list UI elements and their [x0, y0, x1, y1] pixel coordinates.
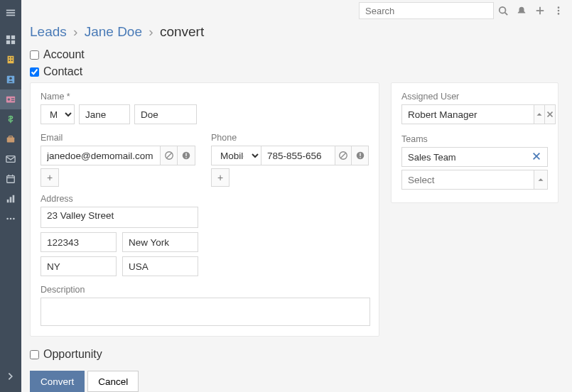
svg-point-15	[8, 98, 11, 101]
phone-label: Phone	[211, 133, 369, 143]
svg-rect-16	[11, 98, 14, 99]
nav-opportunities-icon[interactable]	[0, 109, 21, 129]
svg-rect-9	[11, 58, 13, 59]
add-phone-button[interactable]: +	[211, 168, 230, 187]
contact-label: Contact	[43, 65, 82, 78]
svg-rect-42	[185, 157, 186, 158]
svg-rect-47	[360, 157, 360, 158]
svg-point-36	[558, 10, 560, 12]
svg-rect-6	[11, 40, 15, 44]
nav-email-icon[interactable]	[0, 149, 21, 169]
team-tag-label: Sales Team	[408, 152, 456, 163]
section-opportunity: Opportunity	[30, 348, 563, 361]
contact-panel: Name * Ms. Email +	[30, 82, 379, 337]
svg-rect-46	[360, 153, 360, 156]
search-input[interactable]	[359, 2, 494, 19]
svg-line-32	[505, 13, 508, 16]
svg-rect-11	[11, 60, 13, 61]
svg-rect-0	[6, 10, 15, 11]
phone-type-select[interactable]: Mobile	[211, 146, 261, 165]
sidebar-nav	[0, 0, 21, 392]
email-optout-icon[interactable]	[160, 146, 178, 165]
assigned-user-field[interactable]	[401, 104, 534, 124]
contact-checkbox[interactable]	[30, 67, 39, 77]
salutation-select[interactable]: Ms.	[41, 104, 75, 124]
assigned-user-select-icon[interactable]	[534, 104, 545, 124]
nav-dashboard-icon[interactable]	[0, 30, 21, 50]
email-label: Email	[41, 133, 195, 143]
breadcrumb: Leads › Jane Doe › convert	[30, 24, 563, 40]
svg-line-39	[166, 153, 171, 158]
team-remove-icon[interactable]	[531, 151, 541, 163]
svg-rect-7	[8, 56, 14, 64]
assigned-user-clear-icon[interactable]	[545, 104, 556, 124]
nav-cases-icon[interactable]	[0, 129, 21, 149]
nav-more-icon[interactable]	[0, 209, 21, 229]
section-contact: Contact	[30, 65, 563, 78]
nav-contacts-icon[interactable]	[0, 70, 21, 89]
phone-field[interactable]	[261, 146, 335, 165]
notifications-icon[interactable]	[512, 2, 531, 19]
nav-reports-icon[interactable]	[0, 189, 21, 209]
quick-create-icon[interactable]	[531, 2, 549, 19]
street-field[interactable]: 23 Valley Street	[41, 207, 198, 228]
account-checkbox[interactable]	[30, 50, 39, 60]
account-label: Account	[43, 48, 85, 61]
teams-select-field[interactable]	[401, 170, 534, 190]
address-label: Address	[41, 194, 369, 204]
postal-field[interactable]	[41, 232, 117, 252]
svg-point-13	[9, 77, 12, 80]
svg-rect-25	[7, 200, 9, 202]
opportunity-checkbox[interactable]	[30, 350, 39, 359]
svg-rect-10	[9, 60, 10, 61]
country-field[interactable]	[122, 256, 198, 276]
phone-optout-icon[interactable]	[335, 146, 352, 165]
convert-button[interactable]: Convert	[30, 371, 85, 392]
svg-rect-5	[6, 40, 10, 44]
email-field[interactable]	[41, 146, 160, 165]
nav-calendar-icon[interactable]	[0, 169, 21, 189]
svg-point-37	[558, 13, 560, 15]
nav-accounts-icon[interactable]	[0, 50, 21, 70]
svg-rect-27	[13, 195, 15, 203]
svg-rect-21	[7, 176, 15, 183]
teams-label: Teams	[401, 134, 548, 144]
svg-rect-17	[11, 100, 14, 101]
add-email-button[interactable]: +	[41, 168, 59, 187]
breadcrumb-root[interactable]: Leads	[30, 24, 67, 39]
description-field[interactable]	[41, 298, 370, 326]
svg-rect-41	[185, 153, 186, 156]
sidebar-expand-icon[interactable]	[0, 366, 21, 386]
svg-rect-19	[9, 136, 12, 138]
cancel-button[interactable]: Cancel	[87, 371, 139, 392]
svg-point-29	[10, 218, 12, 220]
side-panel: Assigned User Teams Sales Team	[391, 82, 558, 203]
header-menu-icon[interactable]	[549, 2, 568, 19]
email-invalid-icon[interactable]	[178, 146, 195, 165]
svg-rect-20	[6, 156, 15, 163]
description-label: Description	[41, 285, 369, 295]
assigned-user-label: Assigned User	[401, 92, 548, 102]
menu-toggle-icon[interactable]	[0, 3, 21, 23]
phone-invalid-icon[interactable]	[352, 146, 369, 165]
nav-leads-icon[interactable]	[0, 89, 21, 109]
opportunity-label: Opportunity	[43, 348, 102, 361]
top-header	[21, 0, 572, 21]
svg-point-28	[6, 218, 9, 220]
breadcrumb-record[interactable]: Jane Doe	[85, 24, 142, 39]
team-tag: Sales Team	[401, 147, 548, 167]
first-name-field[interactable]	[79, 104, 130, 124]
svg-line-44	[341, 153, 346, 158]
svg-rect-26	[10, 197, 12, 202]
svg-point-35	[558, 6, 560, 9]
teams-select-icon[interactable]	[534, 170, 548, 190]
svg-point-30	[13, 218, 15, 220]
state-field[interactable]	[41, 256, 117, 276]
city-field[interactable]	[122, 232, 198, 252]
svg-rect-3	[6, 36, 10, 39]
search-icon[interactable]	[494, 2, 512, 19]
svg-point-31	[500, 7, 506, 13]
svg-rect-2	[6, 15, 15, 16]
name-label: Name *	[41, 92, 369, 102]
last-name-field[interactable]	[134, 104, 197, 124]
